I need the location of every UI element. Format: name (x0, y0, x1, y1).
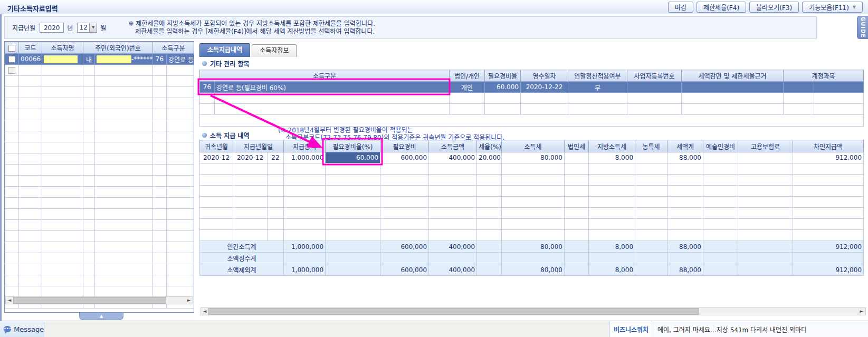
account-code-cell[interactable] (784, 82, 814, 93)
load-button[interactable]: 불러오기(F3) (749, 2, 799, 13)
checkbox-cell[interactable] (5, 65, 19, 76)
grid-cell[interactable] (284, 208, 326, 219)
grid-cell[interactable] (703, 230, 738, 241)
grid-cell[interactable] (793, 208, 864, 219)
grid-cell[interactable] (667, 163, 703, 175)
grid-cell[interactable] (19, 120, 42, 131)
grid-cell[interactable] (167, 65, 194, 76)
grid-cell[interactable] (42, 220, 83, 231)
grid-cell[interactable] (627, 104, 682, 115)
grid-cell[interactable] (83, 87, 95, 98)
grid-cell[interactable] (793, 197, 864, 208)
grid-cell[interactable] (380, 163, 429, 175)
grid-cell[interactable] (635, 208, 667, 219)
grid-cell[interactable] (153, 98, 167, 109)
grid-cell[interactable] (703, 219, 738, 230)
net-payment-cell[interactable]: 912,000 (793, 152, 864, 163)
grid-cell[interactable] (589, 175, 635, 186)
grid-cell[interactable] (42, 242, 83, 253)
grid-cell[interactable] (83, 286, 95, 297)
grid-cell[interactable] (380, 208, 429, 219)
grid-cell[interactable] (167, 98, 194, 109)
grid-cell[interactable] (667, 230, 703, 241)
close-button[interactable]: 마감 (668, 2, 693, 13)
grid-cell[interactable] (95, 98, 153, 109)
grid-cell[interactable] (284, 163, 326, 175)
grid-cell[interactable] (42, 187, 83, 198)
grid-cell[interactable] (635, 175, 667, 186)
grid-cell[interactable] (284, 230, 326, 241)
farm-tax-cell[interactable] (635, 152, 667, 163)
grid-cell[interactable] (95, 209, 153, 220)
grid-cell[interactable] (83, 253, 95, 264)
grid-cell[interactable] (738, 197, 793, 208)
grid-cell[interactable] (814, 104, 864, 115)
grid-cell[interactable] (667, 186, 703, 197)
grid-cell[interactable] (19, 209, 42, 220)
grid-cell[interactable] (380, 175, 429, 186)
grid-cell[interactable] (502, 230, 565, 241)
grid-cell[interactable] (568, 104, 627, 115)
grid-cell[interactable] (95, 198, 153, 209)
grid-cell[interactable] (429, 208, 477, 219)
scroll-left-icon[interactable]: ◄ (201, 308, 208, 315)
grid-cell[interactable] (502, 175, 565, 186)
grid-cell[interactable] (738, 219, 793, 230)
grid-cell[interactable] (565, 230, 589, 241)
grid-cell[interactable] (477, 208, 502, 219)
grid-cell[interactable] (200, 230, 233, 241)
grid-cell[interactable] (326, 175, 380, 186)
grid-cell[interactable] (5, 109, 19, 120)
grid-cell[interactable] (167, 165, 194, 176)
grid-cell[interactable] (19, 98, 42, 109)
grid-cell[interactable] (326, 230, 380, 241)
grid-cell[interactable] (5, 264, 19, 275)
grid-cell[interactable] (83, 176, 95, 187)
grid-cell[interactable] (167, 286, 194, 297)
grid-cell[interactable] (635, 186, 667, 197)
grid-cell[interactable] (477, 175, 502, 186)
grid-cell[interactable] (42, 153, 83, 165)
account-name-cell[interactable] (814, 82, 864, 93)
grid-cell[interactable] (215, 104, 450, 115)
tax-total-cell[interactable]: 88,000 (667, 152, 703, 163)
grid-cell[interactable] (667, 208, 703, 219)
grid-cell[interactable] (200, 163, 233, 175)
grid-cell[interactable] (635, 163, 667, 175)
grid-cell[interactable] (83, 131, 95, 142)
name-cell[interactable] (42, 54, 83, 65)
grid-cell[interactable] (95, 231, 153, 242)
grid-cell[interactable] (83, 120, 95, 131)
grid-cell[interactable] (5, 142, 19, 153)
income-type-code-cell[interactable]: 76 (200, 82, 215, 93)
grid-cell[interactable] (153, 176, 167, 187)
grid-cell[interactable] (477, 219, 502, 230)
grid-cell[interactable] (429, 163, 477, 175)
grid-cell[interactable] (200, 93, 215, 104)
grid-cell[interactable] (5, 187, 19, 198)
corporate-tax-cell[interactable] (565, 152, 589, 163)
gross-payment-cell[interactable]: 1,000,000 (284, 152, 326, 163)
code-cell[interactable]: 00066 (19, 54, 42, 65)
grid-cell[interactable] (200, 104, 215, 115)
grid-cell[interactable] (83, 165, 95, 176)
grid-cell[interactable] (167, 231, 194, 242)
grid-cell[interactable] (167, 220, 194, 231)
grid-cell[interactable] (635, 230, 667, 241)
grid-cell[interactable] (95, 242, 153, 253)
income-type-name-cell[interactable]: 강연료 등(필요경비 60%) (215, 82, 450, 93)
grid-cell[interactable] (268, 163, 284, 175)
grid-cell[interactable] (703, 163, 738, 175)
grid-cell[interactable] (738, 186, 793, 197)
grid-cell[interactable] (83, 153, 95, 165)
grid-cell[interactable] (589, 219, 635, 230)
grid-cell[interactable] (153, 275, 167, 286)
grid-cell[interactable] (215, 93, 450, 104)
month-dropdown-icon[interactable]: ▼ (89, 23, 97, 32)
grid-cell[interactable] (167, 176, 194, 187)
grid-cell[interactable] (703, 186, 738, 197)
entity-type-cell[interactable]: 개인 (450, 82, 485, 93)
payment-day-cell[interactable]: 22 (268, 152, 284, 163)
grid-cell[interactable] (380, 197, 429, 208)
grid-cell[interactable] (42, 120, 83, 131)
